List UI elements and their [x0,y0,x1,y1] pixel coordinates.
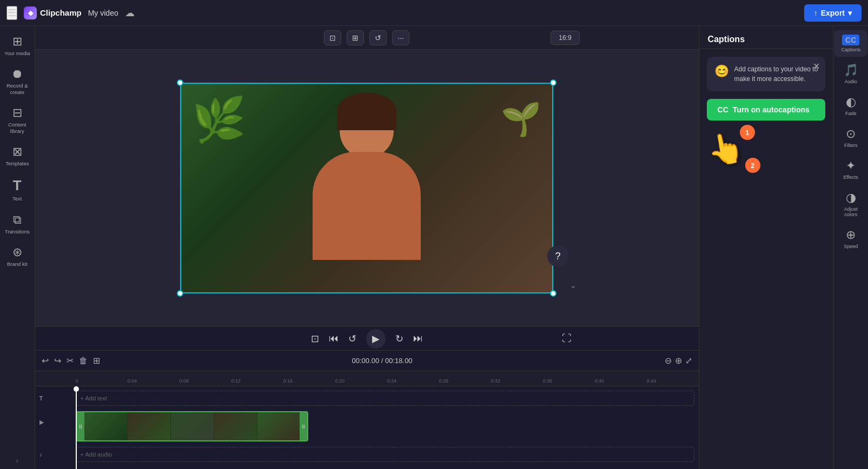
zoom-out-button[interactable]: ⊖ [665,356,672,366]
handle-top-left[interactable] [177,79,183,86]
captions-panel-header: Captions [699,26,833,49]
sidebar-item-content-library[interactable]: ⊟ Contentlibrary [1,102,34,138]
crop-button[interactable]: ⊡ [324,30,341,45]
playhead[interactable] [76,386,77,469]
sidebar-item-text[interactable]: T Text [1,173,34,206]
hamburger-menu-button[interactable]: ☰ [6,6,17,20]
left-sidebar: ⊞ Your media ⏺ Record &create ⊟ Contentl… [0,26,35,469]
turn-on-autocaptions-button[interactable]: CC Turn on autocaptions [707,99,826,120]
audio-track-content-area[interactable]: + Add audio [76,445,699,464]
timeline-content[interactable]: 0 0:04 0:08 0:12 0:16 0:20 0:24 0:28 0:3… [35,371,699,469]
resize-button[interactable]: ⊞ [347,30,364,45]
video-toolbar: ⊡ ⊞ ↺ ··· 16:9 [35,26,699,50]
person-hair [337,92,396,130]
templates-icon: ⊠ [12,145,22,159]
ruler-mark-28: 0:28 [439,378,491,384]
sidebar-item-transitions[interactable]: ⧉ Transitions [1,209,34,239]
text-track-label: T [35,395,76,401]
help-button[interactable]: ? [547,245,569,267]
webcam-toggle-button[interactable]: ⊡ [311,333,319,345]
expand-timeline-button[interactable]: ⤢ [685,356,692,366]
handle-bottom-right[interactable] [550,290,556,297]
video-track-content-area[interactable]: ⏸ ⏸ [76,411,699,441]
sidebar-item-templates[interactable]: ⊠ Templates [1,140,34,171]
video-frame: 🌿 🌱 [180,83,553,293]
undo-button[interactable]: ↩ [42,356,49,366]
clip-thumb-3 [171,412,214,440]
captions-tooltip-close-button[interactable]: ✕ [813,61,820,71]
video-track: ▶ ⏸ [35,410,699,443]
clip-thumb-2 [128,412,171,440]
clip-handle-right[interactable]: ⏸ [300,412,307,440]
sidebar-item-brand-kit[interactable]: ⊛ Brand kit [1,241,34,271]
video-clip[interactable]: ⏸ ⏸ [76,411,308,441]
delete-button[interactable]: 🗑 [79,356,88,366]
duplicate-button[interactable]: ⊞ [93,356,100,366]
export-icon: ↑ [814,9,818,17]
clip-handle-left[interactable]: ⏸ [77,412,84,440]
more-options-button[interactable]: ··· [392,30,409,45]
fullscreen-button[interactable]: ⛶ [562,333,572,344]
video-title[interactable]: My video [88,9,118,17]
skip-to-end-button[interactable]: ⏭ [413,333,423,344]
timeline-tracks: T + Add text ▶ [35,386,699,468]
right-tool-adjust-colors[interactable]: ◑ Adjustcolors [834,186,867,222]
right-tool-audio[interactable]: 🎵 Audio [834,59,867,89]
rewind-button[interactable]: ↺ [348,333,356,345]
play-button[interactable]: ▶ [366,329,386,349]
captions-tool-label: Captions [841,47,860,52]
ruler-mark-16: 0:16 [283,378,335,384]
right-tool-filters[interactable]: ⊙ Filters [834,123,867,152]
video-area: ⊡ ⊞ ↺ ··· 16:9 🌿 🌱 [35,26,699,350]
rotate-button[interactable]: ↺ [369,30,387,45]
sidebar-label-content-library: Contentlibrary [8,122,26,134]
right-tool-fade[interactable]: ◐ Fade [834,91,867,120]
save-to-cloud-icon[interactable]: ☁ [125,7,135,19]
video-preview[interactable]: 🌿 🌱 [180,83,553,293]
add-text-button[interactable]: + Add text [76,391,694,406]
app-logo: ◆ Clipchamp [24,6,82,19]
cursor-hand-container: 👆 1 2 [707,131,744,166]
handle-top-right[interactable] [550,79,556,86]
audio-track: ♪ + Add audio [35,445,699,464]
person-figure [291,92,442,292]
adjust-colors-tool-icon: ◑ [846,191,856,205]
plant-right-decoration: 🌱 [501,100,541,138]
right-tool-captions[interactable]: CC Captions [834,30,867,57]
captions-tooltip-text: Add captions to your video to make it mo… [734,64,818,84]
text-track-content-area[interactable]: + Add text [76,388,699,408]
timeline-ruler: 0 0:04 0:08 0:12 0:16 0:20 0:24 0:28 0:3… [35,371,699,386]
sidebar-item-your-media[interactable]: ⊞ Your media [1,30,34,61]
topbar: ☰ ◆ Clipchamp My video ☁ ↑ Export ▾ [0,0,868,26]
fade-tool-icon: ◐ [846,95,856,109]
add-audio-button[interactable]: + Add audio [76,447,694,462]
forward-button[interactable]: ↻ [395,333,403,345]
skip-to-start-button[interactable]: ⏮ [329,333,339,344]
chevron-down-icon[interactable]: ⌄ [570,281,577,290]
export-chevron-icon: ▾ [848,9,852,17]
cursor-annotation: 👆 1 2 [707,131,826,166]
timeline-zoom-controls: ⊖ ⊕ ⤢ [665,356,692,366]
export-button[interactable]: ↑ Export ▾ [804,4,862,22]
captions-tool-icon: CC [842,35,859,45]
timeline: ↩ ↪ ✂ 🗑 ⊞ 00:00.00 / 00:18.00 ⊖ ⊕ ⤢ [35,350,699,469]
content-area: ⊡ ⊞ ↺ ··· 16:9 🌿 🌱 [35,26,699,469]
timeline-time-display: 00:00.00 / 00:18.00 [105,357,659,365]
zoom-in-button[interactable]: ⊕ [675,356,682,366]
handle-bottom-left[interactable] [177,290,183,297]
sidebar-label-brand-kit: Brand kit [7,261,28,267]
aspect-ratio-button[interactable]: 16:9 [551,31,579,45]
clip-thumb-1 [84,412,128,440]
redo-button[interactable]: ↪ [54,356,61,366]
right-tool-effects[interactable]: ✦ Effects [834,155,867,184]
sidebar-expand-button[interactable]: › [16,456,18,465]
captions-tooltip: 😊 Add captions to your video to make it … [707,57,826,91]
cut-button[interactable]: ✂ [67,356,74,366]
video-preview-container: 🌿 🌱 [35,50,699,326]
sidebar-item-record-create[interactable]: ⏺ Record &create [1,63,34,99]
video-track-icon: ▶ [39,419,44,426]
text-track-icon: T [39,395,43,401]
timeline-toolbar: ↩ ↪ ✂ 🗑 ⊞ 00:00.00 / 00:18.00 ⊖ ⊕ ⤢ [35,351,699,371]
ruler-mark-12: 0:12 [231,378,283,384]
right-tool-speed[interactable]: ⊕ Speed [834,224,867,253]
